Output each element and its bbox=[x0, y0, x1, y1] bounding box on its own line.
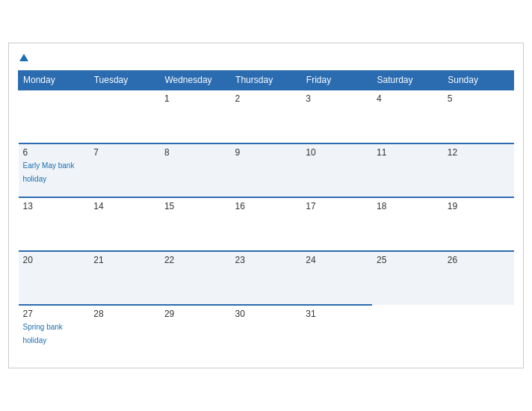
day-number: 24 bbox=[306, 255, 368, 265]
day-number: 29 bbox=[164, 309, 226, 319]
day-number: 4 bbox=[377, 93, 439, 104]
day-number: 13 bbox=[23, 201, 85, 211]
calendar-week-row: 20212223242526 bbox=[19, 251, 514, 305]
calendar-cell: 29 bbox=[160, 305, 231, 359]
day-number: 2 bbox=[235, 93, 297, 104]
calendar-cell: 19 bbox=[443, 197, 514, 251]
event-text: Early May bank holiday bbox=[23, 161, 75, 183]
calendar-cell: 25 bbox=[372, 251, 443, 305]
calendar-cell: 28 bbox=[89, 305, 160, 359]
logo bbox=[18, 51, 28, 63]
calendar-cell bbox=[372, 305, 443, 359]
header-row: MondayTuesdayWednesdayThursdayFridaySatu… bbox=[19, 71, 514, 90]
calendar-cell: 30 bbox=[231, 305, 302, 359]
day-number: 9 bbox=[235, 147, 297, 158]
calendar-cell: 10 bbox=[301, 143, 372, 197]
day-number: 12 bbox=[448, 147, 510, 158]
calendar-cell bbox=[19, 90, 90, 143]
day-number: 26 bbox=[448, 255, 510, 265]
calendar-cell: 7 bbox=[89, 143, 160, 197]
day-number: 22 bbox=[164, 255, 226, 265]
logo-triangle-icon bbox=[19, 54, 28, 61]
day-number: 6 bbox=[23, 147, 85, 158]
calendar-container: MondayTuesdayWednesdayThursdayFridaySatu… bbox=[8, 43, 524, 368]
calendar-body: 123456Early May bank holiday789101112131… bbox=[19, 90, 514, 359]
calendar-week-row: 12345 bbox=[19, 90, 514, 143]
day-number: 7 bbox=[93, 147, 155, 158]
calendar-cell: 11 bbox=[372, 143, 443, 197]
day-number: 18 bbox=[377, 201, 439, 211]
day-number: 3 bbox=[306, 93, 368, 104]
calendar-cell: 9 bbox=[231, 143, 302, 197]
day-number: 15 bbox=[164, 201, 226, 211]
calendar-cell: 21 bbox=[89, 251, 160, 305]
header-day-tuesday: Tuesday bbox=[89, 71, 160, 90]
day-number: 14 bbox=[93, 201, 155, 211]
calendar-week-row: 6Early May bank holiday789101112 bbox=[19, 143, 514, 197]
calendar-cell: 3 bbox=[301, 90, 372, 143]
calendar-cell: 4 bbox=[372, 90, 443, 143]
calendar-week-row: 13141516171819 bbox=[19, 197, 514, 251]
calendar-week-row: 27Spring bank holiday28293031 bbox=[19, 305, 514, 359]
calendar-cell: 17 bbox=[301, 197, 372, 251]
header-day-wednesday: Wednesday bbox=[160, 71, 231, 90]
event-text: Spring bank holiday bbox=[23, 323, 63, 344]
calendar-cell: 16 bbox=[231, 197, 302, 251]
day-number: 30 bbox=[235, 309, 297, 319]
day-number: 8 bbox=[164, 147, 226, 158]
calendar-header bbox=[18, 51, 514, 63]
calendar-cell: 6Early May bank holiday bbox=[19, 143, 90, 197]
day-number: 16 bbox=[235, 201, 297, 211]
calendar-cell: 26 bbox=[443, 251, 514, 305]
calendar-thead: MondayTuesdayWednesdayThursdayFridaySatu… bbox=[19, 71, 514, 90]
day-number: 23 bbox=[235, 255, 297, 265]
header-day-monday: Monday bbox=[19, 71, 90, 90]
day-number: 25 bbox=[377, 255, 439, 265]
day-number: 11 bbox=[377, 147, 439, 158]
calendar-cell: 14 bbox=[89, 197, 160, 251]
day-number: 21 bbox=[93, 255, 155, 265]
calendar-cell bbox=[443, 305, 514, 359]
calendar-cell: 1 bbox=[160, 90, 231, 143]
calendar-cell: 22 bbox=[160, 251, 231, 305]
day-number: 28 bbox=[93, 309, 155, 319]
day-number: 1 bbox=[164, 93, 226, 104]
calendar-cell: 31 bbox=[301, 305, 372, 359]
calendar-cell: 12 bbox=[443, 143, 514, 197]
calendar-grid: MondayTuesdayWednesdayThursdayFridaySatu… bbox=[18, 70, 514, 359]
calendar-cell: 24 bbox=[301, 251, 372, 305]
header-day-saturday: Saturday bbox=[372, 71, 443, 90]
header-day-friday: Friday bbox=[301, 71, 372, 90]
day-number: 31 bbox=[306, 309, 368, 319]
calendar-cell: 5 bbox=[443, 90, 514, 143]
day-number: 19 bbox=[448, 201, 510, 211]
day-number: 17 bbox=[306, 201, 368, 211]
day-number: 27 bbox=[23, 309, 85, 319]
logo-blue-text bbox=[18, 51, 28, 63]
calendar-cell: 15 bbox=[160, 197, 231, 251]
day-number: 5 bbox=[448, 93, 510, 104]
calendar-cell bbox=[89, 90, 160, 143]
calendar-cell: 27Spring bank holiday bbox=[19, 305, 90, 359]
calendar-cell: 18 bbox=[372, 197, 443, 251]
day-number: 10 bbox=[306, 147, 368, 158]
header-day-sunday: Sunday bbox=[443, 71, 514, 90]
day-number: 20 bbox=[23, 255, 85, 265]
calendar-cell: 8 bbox=[160, 143, 231, 197]
calendar-cell: 13 bbox=[19, 197, 90, 251]
calendar-cell: 23 bbox=[231, 251, 302, 305]
calendar-cell: 2 bbox=[231, 90, 302, 143]
calendar-cell: 20 bbox=[19, 251, 90, 305]
header-day-thursday: Thursday bbox=[231, 71, 302, 90]
